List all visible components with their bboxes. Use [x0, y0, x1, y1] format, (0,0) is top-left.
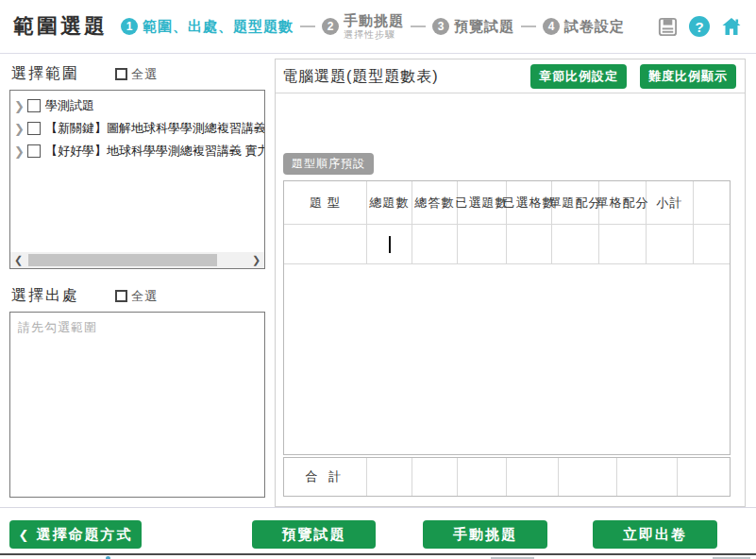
table-header-row: 題 型 總題數 總答數 已選題數 已選格數 單題配分 單格配分 小計	[284, 181, 730, 225]
tree-item-exam-questions[interactable]: ❯ 學測試題	[10, 94, 264, 117]
chevron-right-icon[interactable]: ❯	[14, 100, 25, 112]
question-order-preset-tab[interactable]: 題型順序預設	[283, 153, 374, 175]
col-empty	[694, 181, 730, 225]
col-points-per-question: 單題配分	[552, 181, 599, 225]
total-row: 合 計	[283, 457, 731, 497]
step-1-number: 1	[121, 18, 138, 35]
range-section-title: 選擇範圍	[11, 64, 79, 84]
col-total-questions: 總題數	[367, 181, 412, 225]
step-4-number: 4	[543, 18, 560, 35]
step-2-sublabel: 選擇性步驟	[344, 29, 404, 40]
computer-selection-panel: 電腦選題(題型題數表) 章節比例設定 難度比例顯示 題型順序預設 題 型 總題數…	[275, 59, 746, 507]
wizard-stepper: 1 範圍、出處、題型題數 2 手動挑題 選擇性步驟 3 預覽試題 4 試卷設定	[121, 13, 625, 40]
panel-title: 電腦選題(題型題數表)	[282, 67, 439, 87]
chevron-right-icon[interactable]: ❯	[14, 123, 25, 135]
tree-item-new-key-book[interactable]: ❯ 【新關鍵】圖解地球科學學測總複習講義	[10, 117, 264, 140]
difficulty-ratio-button[interactable]: 難度比例顯示	[640, 64, 736, 89]
cell-points-per-blank[interactable]	[599, 225, 647, 264]
manual-pick-button[interactable]: 手動挑題	[423, 520, 547, 549]
col-selected-questions: 已選題數	[458, 181, 507, 225]
step-3-number: 3	[432, 18, 449, 35]
cell-points-per-question[interactable]	[552, 225, 599, 264]
table-body-row	[284, 225, 730, 264]
chapter-ratio-button[interactable]: 章節比例設定	[530, 64, 627, 89]
step-divider	[521, 25, 536, 27]
cell-selected-blanks[interactable]	[507, 225, 552, 264]
horizontal-scrollbar[interactable]: ❮ ❯	[10, 252, 264, 268]
total-cell	[412, 458, 458, 496]
cell-subtotal[interactable]	[647, 225, 694, 264]
scroll-left-icon[interactable]: ❮	[10, 254, 26, 266]
step-4-paper-settings[interactable]: 4 試卷設定	[543, 18, 625, 36]
total-cell	[559, 458, 617, 496]
generate-paper-button[interactable]: 立即出卷	[593, 520, 717, 549]
source-select-all-checkbox[interactable]	[115, 290, 127, 302]
cell-total-questions-input[interactable]	[367, 225, 412, 264]
scrollbar-track[interactable]	[26, 252, 248, 268]
cell-selected-questions[interactable]	[458, 225, 507, 264]
col-subtotal: 小計	[647, 181, 694, 225]
source-select-all[interactable]: 全選	[115, 288, 158, 305]
total-cell	[617, 458, 678, 496]
scrollbar-thumb[interactable]	[28, 254, 217, 266]
step-4-label: 試卷設定	[564, 18, 625, 36]
step-divider	[300, 25, 315, 27]
chevron-right-icon[interactable]: ❯	[14, 145, 25, 158]
range-select-all-checkbox[interactable]	[115, 68, 127, 80]
total-cell	[367, 458, 412, 496]
source-section-title: 選擇出處	[11, 286, 79, 306]
range-select-all[interactable]: 全選	[115, 66, 158, 83]
total-cell	[678, 458, 730, 496]
tree-item-good-learn-book[interactable]: ❯ 【好好學】地球科學學測總複習講義 實力	[10, 140, 264, 162]
source-list-panel[interactable]: 請先勾選範圍	[9, 312, 265, 498]
col-points-per-blank: 單格配分	[599, 181, 647, 225]
total-cell	[458, 458, 507, 496]
preview-questions-button[interactable]: 預覽試題	[252, 520, 376, 549]
footer-divider	[0, 507, 756, 508]
save-icon[interactable]	[656, 15, 679, 38]
page-title: 範圍選題	[13, 12, 108, 41]
step-3-label: 預覽試題	[454, 18, 514, 36]
step-1-range[interactable]: 1 範圍、出處、題型題數	[121, 18, 294, 36]
cell-question-type[interactable]	[284, 225, 367, 264]
range-tree-panel: ❯ 學測試題 ❯ 【新關鍵】圖解地球科學學測總複習講義 ❯ 【好好學】地球科學學…	[9, 90, 265, 269]
tree-item-checkbox[interactable]	[27, 122, 41, 135]
step-divider	[411, 25, 426, 27]
tree-item-checkbox[interactable]	[27, 99, 41, 112]
source-placeholder-text: 請先勾選範圍	[10, 313, 264, 343]
col-selected-blanks: 已選格數	[507, 181, 552, 225]
step-2-label: 手動挑題	[344, 13, 404, 29]
col-total-answers: 總答數	[412, 181, 458, 225]
help-icon[interactable]: ?	[688, 15, 711, 38]
home-icon[interactable]	[720, 15, 743, 38]
total-cell	[507, 458, 559, 496]
tree-item-checkbox[interactable]	[27, 144, 41, 158]
cell-total-answers[interactable]	[412, 225, 458, 264]
top-header-bar: 範圍選題 1 範圍、出處、題型題數 2 手動挑題 選擇性步驟 3 預覽試題 4 …	[0, 0, 756, 54]
back-to-method-button[interactable]: ❮ 選擇命題方式	[9, 520, 142, 549]
question-type-table: 題 型 總題數 總答數 已選題數 已選格數 單題配分 單格配分 小計	[283, 180, 731, 455]
step-2-number: 2	[322, 18, 339, 35]
underlying-page-edge	[0, 553, 756, 559]
step-1-label: 範圍、出處、題型題數	[143, 18, 294, 36]
cell-empty	[694, 225, 730, 264]
chevron-left-icon: ❮	[19, 528, 31, 542]
col-question-type: 題 型	[284, 181, 367, 225]
step-2-manual-pick[interactable]: 2 手動挑題 選擇性步驟	[322, 13, 404, 40]
total-label: 合 計	[284, 458, 367, 496]
text-cursor	[389, 236, 391, 253]
scroll-right-icon[interactable]: ❯	[248, 254, 264, 266]
step-3-preview[interactable]: 3 預覽試題	[432, 18, 514, 36]
